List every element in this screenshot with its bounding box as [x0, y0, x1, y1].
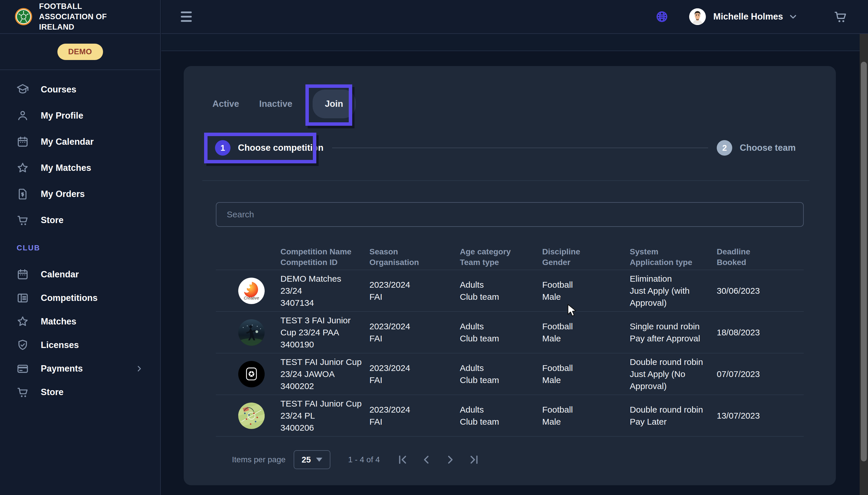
sidebar-item-label: Courses — [41, 84, 76, 95]
competition-name: TEST FAI Junior Cup 23/24 PL — [280, 398, 363, 422]
chevron-right-icon — [134, 364, 144, 374]
sidebar-item-payments[interactable]: Payments — [0, 357, 160, 380]
pitch-map-logo — [238, 403, 265, 429]
vertical-scrollbar[interactable] — [860, 34, 868, 495]
sidebar-item-calendar[interactable]: Calendar — [0, 263, 160, 286]
discipline-cell: FootballMale — [542, 279, 630, 303]
deadline-cell: 13/07/2023 — [717, 410, 804, 422]
profile-icon — [16, 109, 29, 122]
cart-icon[interactable] — [833, 9, 848, 24]
dropdown-arrow-icon — [316, 458, 322, 462]
table-row[interactable]: TEST FAI Junior Cup 23/24 JAWOA 3400202 … — [216, 354, 804, 395]
table-row[interactable]: TEST FAI Junior Cup 23/24 PL 3400206 202… — [216, 395, 804, 437]
competition-id: 3400190 — [280, 339, 363, 351]
previous-page-icon[interactable] — [420, 453, 433, 466]
sidebar-item-matches[interactable]: Matches — [0, 310, 160, 334]
first-page-icon[interactable] — [396, 453, 410, 466]
sidebar-item-licenses[interactable]: Licenses — [0, 334, 160, 357]
page-size-select[interactable]: 25 — [294, 450, 330, 469]
items-per-page-label: Items per page — [232, 455, 285, 464]
app-window: FOOTBALL ASSOCIATION OF IRELAND DEMO Cou… — [0, 0, 868, 495]
sidebar-section-club: CLUB — [17, 243, 160, 252]
sidebar-item-club-store[interactable]: Store — [0, 380, 160, 404]
fai-crest-logo — [14, 7, 33, 26]
topbar: Michelle Holmes — [161, 0, 868, 34]
sidebar-item-store[interactable]: Store — [0, 207, 160, 233]
cart-icon — [16, 386, 29, 399]
table-row[interactable]: TEST 3 FAI Junior Cup 23/24 PAA 3400190 … — [216, 312, 804, 354]
sidebar-item-courses[interactable]: Courses — [0, 76, 160, 103]
creative-lion-logo: Creative — [238, 278, 265, 304]
page-size-value: 25 — [302, 455, 311, 464]
season-cell: 2023/2024FAI — [369, 321, 460, 344]
tab-active[interactable]: Active — [212, 99, 239, 109]
secondary-toolbar — [161, 34, 860, 51]
header-season: SeasonOrganisation — [369, 246, 460, 268]
calendar-icon — [16, 268, 29, 281]
menu-icon[interactable] — [181, 12, 192, 22]
orders-icon — [16, 187, 29, 201]
deadline-cell: 07/07/2023 — [717, 368, 804, 380]
sidebar-item-my-profile[interactable]: My Profile — [0, 103, 160, 129]
deadline-cell: 30/06/2023 — [717, 285, 804, 297]
tab-inactive[interactable]: Inactive — [259, 99, 292, 109]
demo-badge: DEMO — [57, 44, 103, 60]
star-icon — [16, 161, 29, 174]
stepper-connector — [332, 148, 708, 148]
sidebar-item-label: My Profile — [41, 110, 83, 121]
sidebar-item-my-calendar[interactable]: My Calendar — [0, 129, 160, 155]
sidebar-nav: Courses My Profile My Calendar My Matche… — [0, 70, 160, 233]
sidebar-item-my-orders[interactable]: My Orders — [0, 181, 160, 207]
range-label: 1 - 4 of 4 — [348, 455, 380, 464]
age-cell: AdultsClub team — [460, 362, 542, 386]
next-page-icon[interactable] — [444, 453, 457, 466]
brand-title: FOOTBALL ASSOCIATION OF IRELAND — [39, 1, 137, 32]
competition-cell: TEST 3 FAI Junior Cup 23/24 PAA 3400190 — [280, 314, 369, 351]
black-ball-logo — [238, 361, 265, 387]
user-name[interactable]: Michelle Holmes — [713, 12, 783, 22]
sidebar-item-label: Store — [41, 387, 64, 397]
brand: FOOTBALL ASSOCIATION OF IRELAND — [0, 0, 160, 34]
header-deadline: DeadlineBooked — [717, 246, 804, 268]
deadline-cell: 18/08/2023 — [717, 326, 804, 339]
sidebar-item-label: Licenses — [41, 340, 79, 350]
season-cell: 2023/2024FAI — [369, 279, 460, 303]
svg-text:Creative: Creative — [244, 296, 259, 300]
pager-buttons — [396, 453, 480, 466]
language-globe-icon[interactable] — [655, 10, 669, 23]
system-cell: Double round robinJust Apply (No Approva… — [630, 356, 717, 392]
discipline-cell: FootballMale — [542, 404, 630, 428]
step-choose-team[interactable]: 2 Choose team — [717, 140, 796, 156]
header-discipline: DisciplineGender — [542, 246, 630, 268]
search-bar — [216, 202, 804, 227]
competitions-table: Competition NameCompetition ID SeasonOrg… — [216, 244, 804, 437]
competitions-card: Active Inactive Join 1 Choose competitio… — [184, 66, 836, 485]
sidebar-item-label: Calendar — [41, 269, 79, 280]
age-cell: AdultsClub team — [460, 279, 542, 303]
step-label: Choose team — [740, 143, 796, 153]
topbar-right: Michelle Holmes — [655, 8, 848, 25]
scrollbar-thumb[interactable] — [861, 62, 867, 461]
age-cell: AdultsClub team — [460, 404, 542, 428]
calendar-icon — [16, 135, 29, 149]
system-cell: Double round robinPay Later — [630, 404, 717, 428]
step-number: 2 — [717, 140, 732, 156]
tabs-divider — [202, 180, 810, 181]
sidebar-item-competitions[interactable]: Competitions — [0, 286, 160, 310]
header-age-category: Age categoryTeam type — [460, 246, 542, 268]
competition-cell: TEST FAI Junior Cup 23/24 JAWOA 3400202 — [280, 356, 369, 392]
search-input[interactable] — [216, 202, 804, 227]
annotation-highlight-join — [306, 84, 352, 126]
sidebar-item-my-matches[interactable]: My Matches — [0, 155, 160, 181]
discipline-cell: FootballMale — [542, 321, 630, 344]
competition-id: 3400202 — [280, 380, 363, 392]
avatar[interactable] — [689, 8, 706, 25]
chevron-down-icon[interactable] — [788, 11, 799, 22]
system-cell: EliminationJust Apply (with Approval) — [630, 273, 717, 309]
table-row[interactable]: Creative DEMO Matches 23/24 3407134 2023… — [216, 270, 804, 312]
header-competition: Competition NameCompetition ID — [280, 246, 369, 268]
demo-section: DEMO — [0, 34, 160, 70]
last-page-icon[interactable] — [467, 453, 480, 466]
sidebar-item-label: Payments — [41, 363, 83, 374]
age-cell: AdultsClub team — [460, 321, 542, 344]
